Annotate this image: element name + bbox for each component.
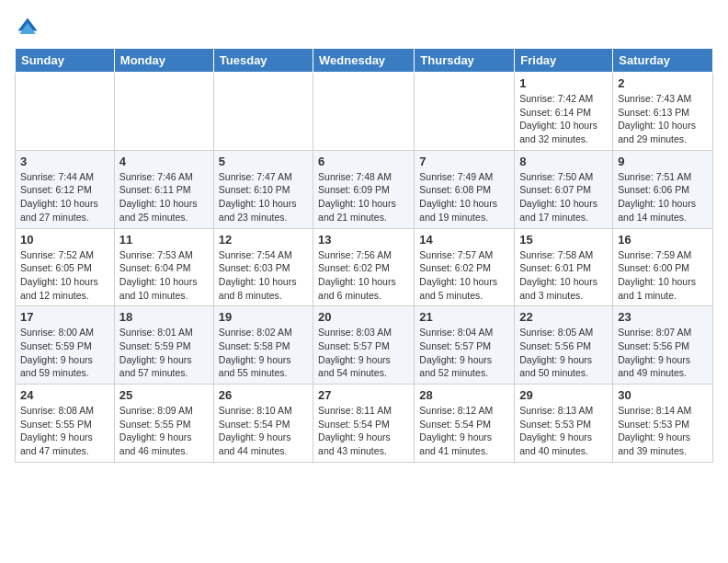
- calendar-week-row: 10Sunrise: 7:52 AM Sunset: 6:05 PM Dayli…: [16, 228, 713, 306]
- day-info: Sunrise: 7:46 AM Sunset: 6:11 PM Dayligh…: [119, 170, 209, 224]
- calendar-cell: 12Sunrise: 7:54 AM Sunset: 6:03 PM Dayli…: [213, 228, 313, 306]
- day-info: Sunrise: 7:44 AM Sunset: 6:12 PM Dayligh…: [20, 170, 109, 224]
- calendar-cell: 14Sunrise: 7:57 AM Sunset: 6:02 PM Dayli…: [415, 228, 515, 306]
- calendar-cell: 3Sunrise: 7:44 AM Sunset: 6:12 PM Daylig…: [16, 150, 115, 228]
- weekday-header: Wednesday: [313, 49, 415, 73]
- calendar-cell: 4Sunrise: 7:46 AM Sunset: 6:11 PM Daylig…: [114, 150, 213, 228]
- day-number: 21: [419, 310, 509, 324]
- day-info: Sunrise: 8:14 AM Sunset: 5:53 PM Dayligh…: [618, 404, 708, 458]
- calendar-cell: 20Sunrise: 8:03 AM Sunset: 5:57 PM Dayli…: [313, 306, 415, 385]
- day-info: Sunrise: 8:00 AM Sunset: 5:59 PM Dayligh…: [20, 326, 109, 380]
- day-number: 1: [519, 76, 608, 90]
- calendar-cell: 30Sunrise: 8:14 AM Sunset: 5:53 PM Dayli…: [613, 385, 713, 463]
- day-number: 4: [119, 155, 209, 168]
- day-info: Sunrise: 8:12 AM Sunset: 5:54 PM Dayligh…: [419, 404, 509, 458]
- day-number: 19: [219, 310, 308, 324]
- day-number: 8: [519, 155, 608, 168]
- day-number: 22: [519, 310, 608, 324]
- calendar-cell: [114, 73, 213, 151]
- logo: [15, 15, 44, 40]
- day-info: Sunrise: 7:43 AM Sunset: 6:13 PM Dayligh…: [618, 92, 708, 146]
- calendar-cell: [415, 73, 515, 151]
- calendar-cell: 17Sunrise: 8:00 AM Sunset: 5:59 PM Dayli…: [16, 306, 115, 385]
- day-info: Sunrise: 7:54 AM Sunset: 6:03 PM Dayligh…: [219, 248, 308, 303]
- weekday-header: Tuesday: [213, 49, 313, 73]
- day-number: 10: [20, 233, 109, 247]
- page-header: [15, 15, 713, 40]
- day-number: 11: [119, 233, 209, 247]
- calendar-cell: 7Sunrise: 7:49 AM Sunset: 6:08 PM Daylig…: [415, 150, 515, 228]
- calendar-cell: 15Sunrise: 7:58 AM Sunset: 6:01 PM Dayli…: [515, 228, 613, 306]
- day-number: 27: [318, 388, 409, 402]
- calendar-cell: 22Sunrise: 8:05 AM Sunset: 5:56 PM Dayli…: [515, 306, 613, 385]
- day-number: 12: [219, 233, 308, 247]
- day-info: Sunrise: 7:59 AM Sunset: 6:00 PM Dayligh…: [618, 248, 708, 303]
- day-number: 6: [318, 155, 409, 168]
- day-info: Sunrise: 7:52 AM Sunset: 6:05 PM Dayligh…: [20, 248, 109, 303]
- day-number: 23: [618, 310, 708, 324]
- calendar-cell: 10Sunrise: 7:52 AM Sunset: 6:05 PM Dayli…: [16, 228, 115, 306]
- calendar-week-row: 1Sunrise: 7:42 AM Sunset: 6:14 PM Daylig…: [16, 73, 713, 151]
- day-info: Sunrise: 7:50 AM Sunset: 6:07 PM Dayligh…: [519, 170, 608, 224]
- day-number: 2: [618, 76, 708, 90]
- calendar-cell: 16Sunrise: 7:59 AM Sunset: 6:00 PM Dayli…: [613, 228, 713, 306]
- logo-icon: [15, 15, 40, 40]
- day-number: 7: [419, 155, 509, 168]
- day-number: 30: [618, 388, 708, 402]
- day-number: 5: [219, 155, 308, 168]
- weekday-header: Thursday: [415, 49, 515, 73]
- day-number: 28: [419, 388, 509, 402]
- calendar-cell: 23Sunrise: 8:07 AM Sunset: 5:56 PM Dayli…: [613, 306, 713, 385]
- day-info: Sunrise: 8:03 AM Sunset: 5:57 PM Dayligh…: [318, 326, 409, 380]
- calendar-cell: 11Sunrise: 7:53 AM Sunset: 6:04 PM Dayli…: [114, 228, 213, 306]
- calendar-cell: [213, 73, 313, 151]
- calendar-cell: 8Sunrise: 7:50 AM Sunset: 6:07 PM Daylig…: [515, 150, 613, 228]
- day-info: Sunrise: 7:56 AM Sunset: 6:02 PM Dayligh…: [318, 248, 409, 303]
- day-info: Sunrise: 8:08 AM Sunset: 5:55 PM Dayligh…: [20, 404, 109, 458]
- weekday-header-row: SundayMondayTuesdayWednesdayThursdayFrid…: [16, 49, 713, 73]
- day-info: Sunrise: 7:42 AM Sunset: 6:14 PM Dayligh…: [519, 92, 608, 146]
- day-info: Sunrise: 8:07 AM Sunset: 5:56 PM Dayligh…: [618, 326, 708, 380]
- calendar-cell: 18Sunrise: 8:01 AM Sunset: 5:59 PM Dayli…: [114, 306, 213, 385]
- calendar-cell: 13Sunrise: 7:56 AM Sunset: 6:02 PM Dayli…: [313, 228, 415, 306]
- calendar-cell: [313, 73, 415, 151]
- calendar-cell: 26Sunrise: 8:10 AM Sunset: 5:54 PM Dayli…: [213, 385, 313, 463]
- day-info: Sunrise: 7:57 AM Sunset: 6:02 PM Dayligh…: [419, 248, 509, 303]
- day-info: Sunrise: 8:13 AM Sunset: 5:53 PM Dayligh…: [519, 404, 608, 458]
- day-info: Sunrise: 7:48 AM Sunset: 6:09 PM Dayligh…: [318, 170, 409, 224]
- calendar-cell: 6Sunrise: 7:48 AM Sunset: 6:09 PM Daylig…: [313, 150, 415, 228]
- day-number: 9: [618, 155, 708, 168]
- day-number: 13: [318, 233, 409, 247]
- day-info: Sunrise: 8:10 AM Sunset: 5:54 PM Dayligh…: [219, 404, 308, 458]
- day-number: 3: [20, 155, 109, 168]
- calendar-table: SundayMondayTuesdayWednesdayThursdayFrid…: [15, 48, 713, 463]
- calendar-cell: 2Sunrise: 7:43 AM Sunset: 6:13 PM Daylig…: [613, 73, 713, 151]
- calendar-cell: [16, 73, 115, 151]
- day-number: 24: [20, 388, 109, 402]
- calendar-cell: 9Sunrise: 7:51 AM Sunset: 6:06 PM Daylig…: [613, 150, 713, 228]
- day-info: Sunrise: 8:02 AM Sunset: 5:58 PM Dayligh…: [219, 326, 308, 380]
- weekday-header: Sunday: [16, 49, 115, 73]
- calendar-cell: 27Sunrise: 8:11 AM Sunset: 5:54 PM Dayli…: [313, 385, 415, 463]
- calendar-cell: 1Sunrise: 7:42 AM Sunset: 6:14 PM Daylig…: [515, 73, 613, 151]
- calendar-cell: 21Sunrise: 8:04 AM Sunset: 5:57 PM Dayli…: [415, 306, 515, 385]
- day-number: 18: [119, 310, 209, 324]
- day-info: Sunrise: 8:01 AM Sunset: 5:59 PM Dayligh…: [119, 326, 209, 380]
- day-info: Sunrise: 8:04 AM Sunset: 5:57 PM Dayligh…: [419, 326, 509, 380]
- calendar-week-row: 17Sunrise: 8:00 AM Sunset: 5:59 PM Dayli…: [16, 306, 713, 385]
- day-number: 29: [519, 388, 608, 402]
- calendar-week-row: 24Sunrise: 8:08 AM Sunset: 5:55 PM Dayli…: [16, 385, 713, 463]
- day-info: Sunrise: 8:05 AM Sunset: 5:56 PM Dayligh…: [519, 326, 608, 380]
- calendar-cell: 25Sunrise: 8:09 AM Sunset: 5:55 PM Dayli…: [114, 385, 213, 463]
- weekday-header: Saturday: [613, 49, 713, 73]
- day-info: Sunrise: 7:51 AM Sunset: 6:06 PM Dayligh…: [618, 170, 708, 224]
- day-number: 16: [618, 233, 708, 247]
- calendar-cell: 5Sunrise: 7:47 AM Sunset: 6:10 PM Daylig…: [213, 150, 313, 228]
- day-number: 14: [419, 233, 509, 247]
- day-number: 25: [119, 388, 209, 402]
- day-number: 15: [519, 233, 608, 247]
- day-info: Sunrise: 8:09 AM Sunset: 5:55 PM Dayligh…: [119, 404, 209, 458]
- day-info: Sunrise: 7:49 AM Sunset: 6:08 PM Dayligh…: [419, 170, 509, 224]
- calendar-cell: 19Sunrise: 8:02 AM Sunset: 5:58 PM Dayli…: [213, 306, 313, 385]
- day-info: Sunrise: 7:53 AM Sunset: 6:04 PM Dayligh…: [119, 248, 209, 303]
